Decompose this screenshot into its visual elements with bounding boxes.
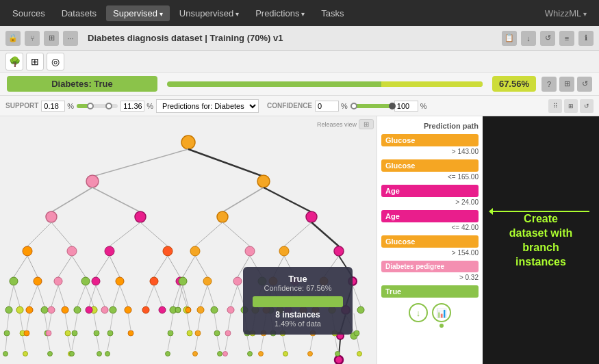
rp-diabetes-pedigree-cond: > 0.32 bbox=[381, 274, 479, 281]
svg-point-87 bbox=[142, 307, 149, 313]
info-icon[interactable]: ℹ bbox=[578, 31, 594, 46]
dots-icon[interactable]: ··· bbox=[63, 31, 78, 46]
svg-point-51 bbox=[233, 277, 242, 285]
nav-supervised[interactable]: Supervised bbox=[106, 5, 170, 21]
svg-line-201 bbox=[261, 336, 264, 350]
prediction-path-panel: Prediction path Glucose > 143.00 Glucose… bbox=[377, 116, 483, 364]
pred-icon-grid[interactable]: ⊞ bbox=[559, 77, 574, 92]
confidence-max-input[interactable] bbox=[394, 101, 418, 112]
svg-point-3 bbox=[86, 175, 99, 187]
tree-visualization[interactable]: Releases view ⊞ bbox=[0, 116, 377, 364]
svg-line-187 bbox=[97, 336, 99, 350]
svg-point-48 bbox=[203, 277, 212, 285]
nav-predictions[interactable]: Predictions bbox=[248, 5, 311, 21]
confidence-max-container: % bbox=[394, 101, 427, 112]
tree-view-icon[interactable]: 🌳 bbox=[5, 53, 23, 70]
svg-point-150 bbox=[128, 330, 133, 336]
svg-line-69 bbox=[51, 285, 58, 307]
svg-line-2 bbox=[188, 149, 264, 177]
rp-item-4: Glucose > 154.00 bbox=[381, 235, 479, 257]
svg-point-72 bbox=[62, 307, 68, 313]
svg-line-89 bbox=[173, 285, 180, 307]
svg-line-209 bbox=[357, 336, 359, 350]
nav-logo[interactable]: WhizzML bbox=[538, 5, 594, 21]
svg-line-33 bbox=[58, 256, 72, 277]
svg-line-41 bbox=[154, 256, 168, 277]
svg-line-135 bbox=[27, 313, 29, 330]
svg-point-144 bbox=[72, 330, 77, 336]
svg-line-203 bbox=[283, 336, 285, 350]
svg-point-152 bbox=[168, 330, 173, 336]
svg-line-5 bbox=[51, 187, 92, 212]
rp-chart-icon[interactable]: 📊 bbox=[432, 303, 451, 322]
svg-point-198 bbox=[223, 352, 228, 356]
svg-line-179 bbox=[23, 336, 25, 350]
svg-line-99 bbox=[231, 285, 238, 307]
support-slider[interactable] bbox=[77, 104, 118, 108]
grid-icon-table[interactable]: ⊞ bbox=[564, 99, 578, 113]
rp-age-2-cond: <= 42.00 bbox=[381, 224, 479, 231]
nav-datasets[interactable]: Datasets bbox=[55, 5, 103, 21]
clipboard-icon[interactable]: 📋 bbox=[502, 31, 517, 46]
branches-icon[interactable]: ⑂ bbox=[25, 31, 40, 46]
svg-line-65 bbox=[29, 285, 38, 307]
rp-download-icon[interactable]: ↓ bbox=[409, 303, 428, 322]
svg-point-35 bbox=[54, 277, 62, 285]
nav-tasks[interactable]: Tasks bbox=[314, 5, 351, 21]
svg-point-202 bbox=[259, 352, 264, 356]
svg-point-101 bbox=[227, 307, 234, 313]
svg-point-186 bbox=[70, 352, 75, 356]
svg-line-137 bbox=[44, 313, 47, 330]
sunburst-icon[interactable]: ◎ bbox=[47, 53, 64, 70]
grid-icon-dots[interactable]: ⠿ bbox=[548, 99, 562, 113]
svg-point-176 bbox=[354, 330, 359, 336]
svg-point-196 bbox=[218, 352, 222, 356]
svg-line-141 bbox=[65, 313, 68, 330]
pred-icon-refresh[interactable]: ↺ bbox=[577, 77, 592, 92]
svg-point-128 bbox=[335, 356, 343, 364]
svg-point-40 bbox=[116, 277, 124, 285]
grid-view-icon[interactable]: ⊞ bbox=[26, 53, 44, 70]
svg-point-39 bbox=[92, 277, 100, 285]
svg-line-1 bbox=[92, 149, 188, 177]
svg-point-79 bbox=[86, 307, 92, 313]
svg-point-210 bbox=[357, 352, 362, 356]
confidence-label: CONFIDENCE bbox=[267, 102, 312, 109]
svg-line-62 bbox=[14, 285, 20, 307]
nav-sources[interactable]: Sources bbox=[5, 5, 52, 21]
svg-point-180 bbox=[23, 352, 28, 356]
toolbar-right-icons: 📋 ↓ ↺ ≡ ℹ bbox=[502, 31, 594, 46]
confidence-min-input[interactable] bbox=[315, 101, 339, 112]
support-min-input[interactable] bbox=[41, 101, 65, 112]
svg-point-64 bbox=[16, 307, 23, 313]
svg-line-133 bbox=[20, 313, 23, 330]
rp-glucose-3-cond: > 154.00 bbox=[381, 249, 479, 257]
support-max-input[interactable] bbox=[120, 101, 144, 112]
grid-icon-refresh[interactable]: ↺ bbox=[580, 99, 594, 113]
tooltip-title: True bbox=[253, 274, 343, 284]
svg-point-129 bbox=[175, 307, 181, 313]
svg-line-197 bbox=[225, 336, 228, 350]
svg-point-88 bbox=[159, 307, 166, 313]
rp-item-3: Age <= 42.00 bbox=[381, 210, 479, 231]
rp-age-1-label: Age bbox=[381, 185, 479, 197]
svg-line-30 bbox=[27, 256, 38, 277]
nav-unsupervised[interactable]: Unsupervised bbox=[173, 5, 246, 21]
svg-line-175 bbox=[354, 313, 357, 330]
svg-point-0 bbox=[181, 135, 195, 149]
svg-line-45 bbox=[183, 256, 195, 277]
lock-icon[interactable]: 🔒 bbox=[5, 31, 21, 46]
refresh-icon[interactable]: ↺ bbox=[540, 31, 555, 46]
svg-line-193 bbox=[195, 336, 198, 350]
nodes-icon[interactable]: ⊞ bbox=[44, 31, 59, 46]
confidence-slider[interactable] bbox=[351, 104, 392, 108]
svg-point-8 bbox=[135, 211, 146, 222]
svg-point-84 bbox=[125, 307, 131, 313]
download-icon[interactable]: ↓ bbox=[521, 31, 536, 46]
equals-icon[interactable]: ≡ bbox=[559, 31, 574, 46]
support-max-container: % bbox=[120, 101, 153, 112]
pred-icon-q[interactable]: ? bbox=[541, 77, 557, 92]
svg-point-68 bbox=[41, 307, 48, 313]
svg-line-14 bbox=[51, 222, 72, 246]
predictions-select[interactable]: Predictions for: Diabetes bbox=[156, 99, 259, 113]
